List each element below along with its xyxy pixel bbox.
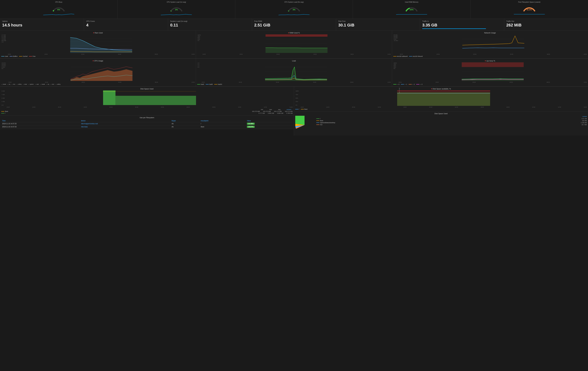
disk-avail-x-axis: 16:00 18:00 20:00 22:00 00:00 02:00 04:0… [301, 106, 587, 108]
ram-used-x-axis: 16:00 20:00 00:00 04:00 08:00 12:00 [8, 53, 195, 55]
disk-legend-root: / 5.777 GiB 5.850 GiB 5.806 GiB 5.785 Gi… [1, 112, 293, 114]
chart-ram-used-title: ♥ Ram Used [1, 32, 195, 34]
cpu-busy-y-label: cpu usage [399, 73, 400, 93]
cell-fstype: xfs [171, 122, 200, 125]
disk-avail-svg [301, 90, 587, 106]
chart-ram-used-pct: ♥ RAM Used % 100% 75% 50% 25% 0% [196, 31, 392, 59]
svg-rect-49 [116, 91, 196, 92]
filesystem-table: Time device fstype mountpoint Value 2018… [1, 120, 293, 128]
ram-pct-x-axis: 16:00 20:00 00:00 04:00 08:00 12:00 [202, 53, 390, 55]
disk-legend-boot: /boot 183.273 MiB 183.273 MiB 183.273 Mi… [1, 111, 293, 112]
gauge-cpu-load-5m: CPU System Load (5m avg) 3% [235, 0, 353, 19]
svg-text:3%: 3% [293, 9, 295, 11]
stat-traffic-in-label: Traffic In [422, 20, 502, 22]
network-y-axis: 60 kB/s 40 kB/s 20 kB/s 0 B/s -20 kB/s [393, 34, 399, 41]
chart-ram-used: ♥ Ram Used 4.7 GiB 3.7 GiB 2.8 GiB 1.9 G… [0, 31, 196, 59]
gauge-cpu-load-1m-title: CPU System Load (1m avg) [167, 1, 186, 3]
cpu-load-5m-sparkline [237, 13, 351, 16]
cell-mountpoint: / [200, 122, 246, 125]
chart-cpu-usage-title: ♥ CPU Usage [1, 60, 195, 62]
ram-used-legend: Used Buffers Cached Free [1, 56, 195, 57]
svg-rect-50 [103, 90, 116, 105]
disk-space-used-svg [7, 90, 293, 106]
stat-disk-free: Disk Free 30.1 GiB [336, 19, 420, 30]
svg-marker-58 [397, 93, 490, 106]
cpu-busy-pct-legend: — 0 — 1 — 2 — 3 [393, 84, 587, 85]
svg-marker-29 [71, 69, 132, 81]
cell-fstype: xfs [171, 125, 200, 128]
gauge-ram-used: Used RAM Memory 25% [353, 0, 471, 19]
disk-pie-section: Disk Space Used current [294, 111, 588, 136]
bottom-right: ♥ Disk Space available, % 100% 75% 50% 2… [294, 87, 588, 136]
gauge-cpu-load-1m: CPU System Load (1m avg) 3% [117, 0, 235, 19]
col-device: device [80, 120, 171, 122]
stat-traffic-in: Traffic In 3.35 GB [420, 19, 504, 30]
cell-device: /dev/sda1 [80, 125, 171, 128]
cpu-busy-pct-x-axis: 16:00 20:00 00:00 04:00 08:00 12:00 [399, 81, 587, 83]
gauge-cpu-busy: CPU Busy 6% [0, 0, 117, 19]
svg-rect-51 [116, 96, 196, 105]
stat-sys-load: System Load (1m avg) 0.11 [168, 19, 252, 30]
network-x-axis: 16:00 20:00 00:00 04:00 08:00 12:00 [400, 53, 587, 55]
svg-marker-42 [462, 79, 524, 81]
disk-legend-headers: min max avg current ↑ [1, 109, 293, 110]
disk-used-x-axis: 16:00 18:00 20:00 22:00 00:00 02:00 04:0… [7, 106, 293, 108]
gauge-free-fs-title: Free Filesystem Space (Lowest) [518, 1, 540, 3]
chart-network-title: Network Usage [393, 32, 587, 34]
stat-traffic-out-label: Traffic Out [506, 20, 586, 22]
disk-used-legend: min max avg current ↑ /boot 183.273 MiB … [1, 109, 293, 114]
charts-row-2: ♥ CPU Usage 20.00% 15.00% 10.00% 5.00% 0… [0, 59, 588, 87]
col-value: Value [246, 120, 293, 122]
svg-text:81.9%: 81.9% [527, 9, 532, 11]
chart-cpu-usage: ♥ CPU Usage 20.00% 15.00% 10.00% 5.00% 0… [0, 59, 196, 87]
charts-row-1: ♥ Ram Used 4.7 GiB 3.7 GiB 2.8 GiB 1.9 G… [0, 31, 588, 59]
svg-text:6%: 6% [57, 9, 60, 11]
cpu-busy-pct-y-axis: 100% 75% 50% 25% 0% [393, 62, 398, 69]
disk-avail-legend: / /boot [295, 109, 587, 110]
disk-space-avail-chart: ♥ Disk Space available, % 100% 75% 50% 2… [294, 87, 588, 111]
gauge-ram-used-title: Used RAM Memory [405, 1, 418, 3]
cpu-busy-pct-chart-svg [399, 62, 587, 81]
traffic-in-bar [422, 29, 486, 29]
cell-value: 16.48% [246, 122, 293, 125]
load-x-axis: 16:00 20:00 00:00 04:00 08:00 12:00 [201, 81, 390, 83]
chart-cpu-busy-pct: ♥ cpu busy % 100% 75% 50% 25% 0% cpu usa… [392, 59, 588, 87]
stat-disk-free-value: 30.1 GiB [338, 23, 418, 28]
disk-space-avail-title: ♥ Disk Space available, % [295, 88, 587, 90]
ram-pct-chart-svg [202, 34, 390, 53]
gauge-cpu-busy-svg: 6% [52, 4, 66, 12]
cell-time: 2018-11-10 14:37:25 [1, 125, 80, 128]
stat-free-ram-label: Free RAM [254, 20, 334, 22]
filesystem-table-panel: Use per Filesystem Time device fstype mo… [0, 115, 294, 130]
cpu-usage-chart-svg [8, 62, 195, 81]
svg-marker-11 [70, 37, 132, 53]
cpu-usage-legend: — lowait — irq — nice — softirq — steal … [1, 84, 195, 85]
disk-pie-legend: current / 6.21 GB /boot 192 MB /opt [316, 116, 587, 126]
disk-pie-svg [295, 116, 314, 134]
ram-used-y-axis: 4.7 GiB 3.7 GiB 2.8 GiB 1.9 GiB 954 MiB … [1, 34, 7, 43]
stat-uptime-value: 14.5 hours [2, 23, 82, 28]
stat-uptime-label: Uptime [2, 20, 82, 22]
svg-rect-57 [397, 90, 490, 91]
chart-ram-used-pct-title: ♥ RAM Used % [197, 32, 390, 34]
stat-traffic-out-value: 262 MiB [506, 23, 586, 28]
col-time: Time [1, 120, 80, 122]
col-fstype: fstype [171, 120, 200, 122]
svg-text:3%: 3% [175, 9, 178, 11]
table-row: 2018-11-10 14:37:25 /dev/sda1 xfs /boot … [1, 125, 293, 128]
top-gauges-row: CPU Busy 6% CPU System Load (1m avg) 3% … [0, 0, 588, 19]
disk-pie-title: Disk Space Used [295, 113, 587, 114]
svg-rect-41 [462, 62, 524, 67]
free-fs-sparkline [472, 13, 587, 16]
stat-free-ram: Free RAM 2.51 GiB [252, 19, 336, 30]
cpu-load-1m-sparkline [119, 13, 234, 16]
load-legend: load1 load5 load15 [197, 84, 390, 85]
disk-space-used-chart: Disk Space Used 9 GiB 7 GiB 5 GiB 2 GiB … [0, 87, 294, 115]
stat-cpu-cores-label: CPU Cores [86, 20, 166, 22]
bottom-left: Disk Space Used 9 GiB 7 GiB 5 GiB 2 GiB … [0, 87, 294, 136]
filesystem-table-title: Use per Filesystem [1, 117, 293, 119]
network-chart-svg [400, 34, 587, 53]
svg-text:25%: 25% [410, 9, 414, 11]
load-y-axis: 2.0 1.5 1.0 0.5 [197, 62, 201, 68]
stat-disk-free-label: Disk Free [338, 20, 418, 22]
